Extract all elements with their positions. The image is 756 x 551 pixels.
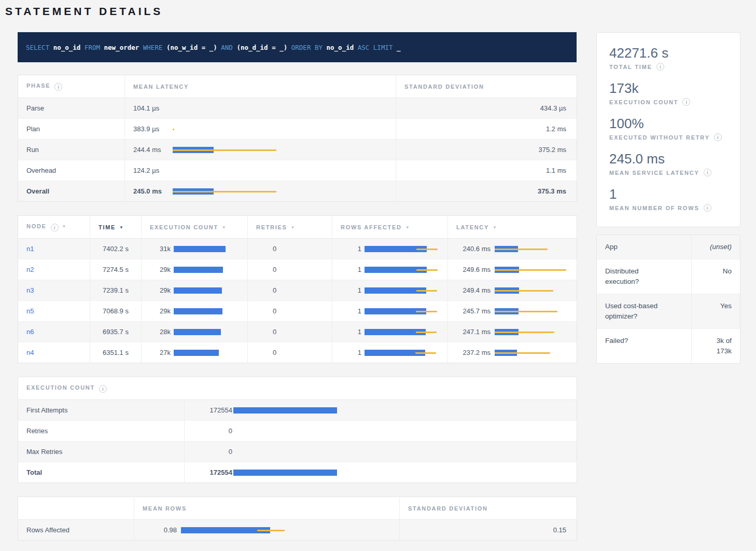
rows-affected-bar-cell: 1 [341, 349, 439, 356]
latency-value: 247.1 ms [456, 328, 491, 336]
bar-blue [174, 350, 219, 356]
latency-cell: 249.4 ms [448, 280, 577, 301]
rows-affected-value: 1 [341, 307, 361, 315]
mean-rows-column-header: MEAN ROWS [134, 497, 400, 520]
node-cell: n3 [18, 280, 90, 301]
mean-latency-value: 244.4 ms [133, 146, 169, 154]
execution-count-cell: 29k [142, 280, 248, 301]
rows-affected-row: Rows Affected0.980.15 [18, 520, 577, 541]
sql-statement-box: SELECT no_o_id FROM new_order WHERE (no_… [18, 32, 577, 62]
mean-latency-bar-cell: 383.9 µs [133, 125, 387, 133]
execution-count-row-value-cell: 172554 [185, 462, 577, 483]
stdev-line [173, 191, 276, 192]
sort-descending-icon: ▼ [119, 225, 123, 230]
summary-stat: 1MEAN NUMBER OF ROWSi [609, 186, 727, 212]
summary-stat-label-text: EXECUTION COUNT [609, 99, 678, 105]
node-link[interactable]: n1 [26, 245, 34, 253]
column-header-retries[interactable]: RETRIES▼ [248, 216, 332, 239]
info-icon[interactable]: i [704, 169, 711, 176]
execution-count-row-value-cell: 0 [185, 421, 577, 442]
execution-count-value: 29k [150, 307, 171, 315]
column-header-latency[interactable]: LATENCY▼ [448, 216, 577, 239]
stdev-line [416, 269, 438, 271]
standard-deviation-value: 375.2 ms [396, 140, 577, 160]
bar-chart [174, 308, 239, 314]
phase-latency-table: PHASEi MEAN LATENCY STANDARD DEVIATION P… [18, 75, 577, 202]
node-link[interactable]: n5 [26, 307, 34, 315]
mean-latency-value: 104.1 µs [133, 104, 169, 112]
node-link[interactable]: n6 [26, 328, 34, 336]
attribute-label: Distributed execution? [597, 259, 691, 294]
info-icon[interactable]: i [704, 204, 711, 212]
mean-latency-bar-cell: 245.0 ms [133, 187, 387, 195]
latency-value: 237.2 ms [456, 349, 491, 356]
node-link[interactable]: n2 [26, 266, 34, 273]
stdev-line [495, 290, 553, 292]
column-header-time[interactable]: TIME▼ [90, 216, 142, 239]
execution-count-row: Total172554 [18, 462, 577, 483]
sql-identifier: new_order [100, 44, 139, 51]
bar-chart [495, 267, 568, 273]
info-icon[interactable]: i [51, 224, 59, 231]
execution-count-row-bar-cell: 172554 [193, 406, 568, 414]
mean-latency-bar-cell: 244.4 ms [133, 146, 387, 154]
bar-chart [173, 188, 387, 195]
mean-rows-cell: 0.98 [134, 520, 400, 541]
node-link[interactable]: n4 [26, 349, 34, 356]
column-header-rows-affected[interactable]: ROWS AFFECTED▼ [332, 216, 448, 239]
info-icon[interactable]: i [99, 385, 107, 393]
sql-statement: SELECT no_o_id FROM new_order WHERE (no_… [26, 44, 401, 51]
rows-affected-value: 1 [341, 245, 361, 253]
bar-blue [174, 287, 222, 294]
bar-chart [495, 246, 568, 252]
rows-affected-bar-cell: 1 [341, 307, 439, 315]
attribute-row: Used cost-based optimizer?Yes [597, 294, 740, 329]
execution-count-row-label: Retries [18, 421, 185, 442]
node-cell: n1 [18, 239, 90, 259]
rows-affected-row-label: Rows Affected [18, 520, 134, 541]
sort-descending-icon: ▼ [291, 225, 295, 230]
statement-details-page: STATEMENT DETAILS SELECT no_o_id FROM ne… [0, 0, 756, 551]
execution-count-bar-cell: 29k [150, 286, 239, 294]
mean-rows-header-label: MEAN ROWS [143, 505, 187, 512]
summary-stat-label-text: EXECUTED WITHOUT RETRY [609, 134, 710, 141]
summary-stat-value: 1 [609, 186, 727, 202]
main-layout: SELECT no_o_id FROM new_order WHERE (no_… [0, 18, 756, 551]
column-header-node[interactable]: NODEi▼ [18, 216, 90, 239]
latency-bar-cell: 247.1 ms [456, 328, 568, 336]
bar-chart [365, 350, 439, 356]
bar-chart [233, 428, 568, 434]
execution-count-row-bar-cell: 0 [193, 448, 568, 456]
latency-value: 245.7 ms [456, 307, 491, 315]
bar-blue [233, 407, 337, 414]
execution-count-row-value-cell: 172554 [185, 400, 577, 421]
execution-count-cell: 29k [142, 301, 248, 322]
attribute-label: Failed? [597, 329, 691, 364]
column-header-execution-count[interactable]: EXECUTION COUNT▼ [142, 216, 248, 239]
stdev-line [416, 311, 437, 312]
rows-affected-cell: 1 [332, 239, 448, 259]
node-link[interactable]: n3 [26, 286, 34, 294]
summary-stat-value: 42271.6 s [609, 45, 727, 61]
standard-deviation-value: 1.1 ms [396, 160, 577, 181]
summary-stat-label-text: MEAN NUMBER OF ROWS [609, 205, 699, 211]
stdev-line [415, 352, 436, 354]
right-column: 42271.6 sTOTAL TIMEi173kEXECUTION COUNTi… [596, 32, 740, 364]
attribute-label: App [597, 235, 691, 259]
summary-stat-label-text: TOTAL TIME [609, 64, 652, 70]
standard-deviation-value: 434.3 µs [396, 98, 577, 119]
info-icon[interactable]: i [656, 63, 664, 71]
info-icon[interactable]: i [714, 133, 722, 141]
mean-latency-value: 124.2 µs [133, 167, 169, 174]
execution-count-value: 29k [150, 286, 171, 294]
sort-descending-icon: ▼ [405, 225, 410, 230]
phase-label: Overall [18, 181, 125, 202]
rows-affected-bar-cell: 1 [341, 328, 439, 336]
summary-stat-label-text: MEAN SERVICE LATENCY [609, 170, 699, 176]
retries-value: 0 [248, 301, 332, 322]
info-icon[interactable]: i [54, 83, 62, 91]
phase-table-row: Plan383.9 µs1.2 ms [18, 119, 577, 140]
info-icon[interactable]: i [682, 98, 690, 106]
attribute-value: (unset) [691, 235, 740, 259]
bar-chart [173, 126, 387, 132]
